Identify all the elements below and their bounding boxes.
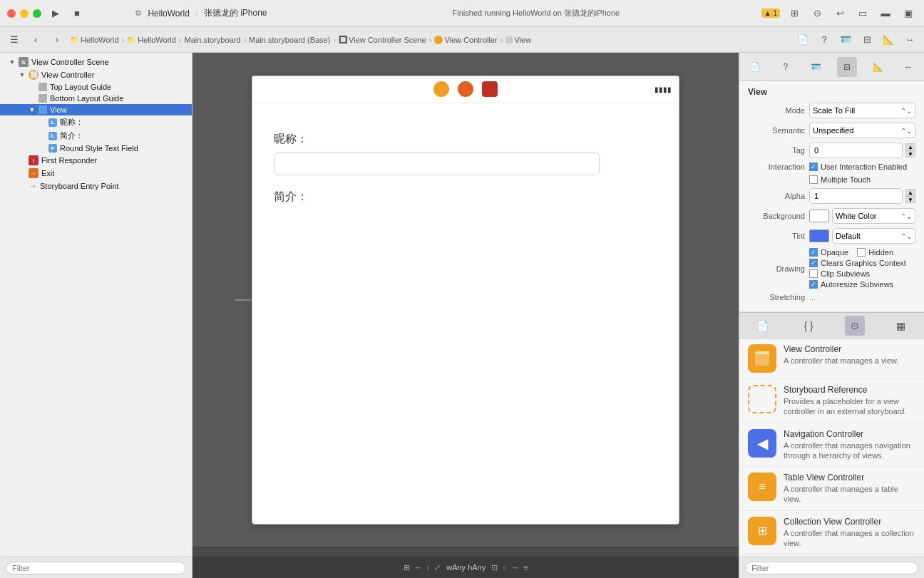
nickname-textfield[interactable]	[274, 153, 600, 175]
canvas-layout-icon-2[interactable]: ↔	[414, 563, 422, 572]
canvas-scroll[interactable]: ▮▮▮▮ 昵称： 简介：	[192, 53, 739, 547]
identity-inspector-toggle[interactable]: 🪪	[837, 31, 854, 48]
breadcrumb-item-1[interactable]: 📁 HelloWorld	[70, 36, 119, 44]
size-inspector-toggle[interactable]: 📐	[880, 31, 897, 48]
quick-help-toggle[interactable]: ?	[816, 31, 833, 48]
nav-item-viewcontroller[interactable]: ▼ ⬜ View Controller	[0, 68, 192, 81]
user-interaction-checkbox[interactable]: ✓	[809, 162, 818, 171]
semantic-label: Semantic	[748, 126, 805, 135]
close-button[interactable]	[7, 9, 16, 18]
obj-item-collectioncontroller[interactable]: ⊞ Collection View Controller A controlle…	[739, 511, 924, 555]
breadcrumb-item-6[interactable]: View Controller	[434, 36, 497, 44]
alpha-decrement[interactable]: ▼	[905, 196, 915, 203]
forward-nav[interactable]: ›	[48, 31, 66, 48]
canvas-bottom-icon-8[interactable]: ≡	[523, 563, 528, 572]
nav-item-textfield[interactable]: ▶ F Round Style Text Field	[0, 143, 192, 154]
canvas-bottom-icon-5[interactable]: ⊡	[491, 563, 498, 572]
lib-ui-objects-btn[interactable]: ⊙	[845, 316, 865, 336]
connections-inspector-toggle[interactable]: ↔	[901, 31, 918, 48]
phone-frame[interactable]: ▮▮▮▮ 昵称： 简介：	[252, 76, 679, 525]
opaque-checkbox[interactable]: ✓	[809, 248, 818, 257]
identity-inspector-btn[interactable]: 🪪	[806, 57, 826, 77]
minimize-button[interactable]	[20, 9, 29, 18]
lib-media-btn[interactable]: ▦	[891, 316, 911, 336]
canvas-layout-icon-3[interactable]: ↕	[426, 563, 431, 572]
hidden-checkbox[interactable]	[857, 248, 866, 257]
obj-item-storyboardref[interactable]: Storyboard Reference Provides a placehol…	[739, 379, 924, 423]
nav-item-label1[interactable]: ▶ L 昵称：	[0, 115, 192, 129]
search-button[interactable]: ⊙	[808, 5, 826, 22]
alpha-input[interactable]	[809, 188, 903, 204]
alpha-stepper[interactable]: ▲ ▼	[905, 189, 915, 203]
tag-control[interactable]: ▲ ▼	[809, 143, 915, 158]
tag-row: Tag ▲ ▼	[748, 143, 915, 158]
tint-color-swatch[interactable]	[809, 229, 829, 242]
multiple-touch-control: Multiple Touch	[809, 175, 915, 184]
file-inspector-btn[interactable]: 📄	[745, 57, 765, 77]
breadcrumb-item-4[interactable]: Main.storyboard (Base)	[249, 36, 330, 44]
clears-graphics-checkbox[interactable]: ✓	[809, 259, 818, 267]
canvas-layout-icon-4[interactable]: ⤢	[434, 563, 441, 572]
clip-subviews-checkbox[interactable]	[809, 269, 818, 278]
warning-badge[interactable]: ▲ 1	[761, 9, 780, 18]
breadcrumb-item-5[interactable]: 🔲View Controller Scene	[339, 36, 426, 44]
autoresize-checkbox[interactable]: ✓	[809, 280, 818, 289]
nav-item-exit[interactable]: ▶ → Exit	[0, 167, 192, 180]
mode-select[interactable]: Scale To Fill ⌃⌄	[809, 103, 915, 118]
app-name: HelloWorld	[148, 9, 189, 19]
alpha-increment[interactable]: ▲	[905, 189, 915, 196]
tag-increment[interactable]: ▲	[905, 143, 915, 150]
layout-button[interactable]: ▭	[854, 5, 871, 22]
lib-files-btn[interactable]: 📄	[752, 316, 772, 336]
file-inspector-toggle[interactable]: 📄	[794, 31, 811, 48]
mode-control[interactable]: Scale To Fill ⌃⌄	[809, 103, 915, 118]
fullscreen-button[interactable]	[33, 9, 41, 18]
stop-button[interactable]: ■	[68, 5, 86, 22]
breadcrumb-item-3[interactable]: Main.storyboard	[185, 36, 241, 44]
nav-item-label2[interactable]: ▶ L 简介：	[0, 129, 192, 143]
nav-item-entrypoint[interactable]: ▶ → Storyboard Entry Point	[0, 180, 192, 192]
lib-objects-btn[interactable]: { }	[799, 316, 818, 336]
grid-view-button[interactable]: ⊞	[786, 5, 803, 22]
connections-inspector-btn[interactable]: ↔	[898, 57, 918, 77]
run-button[interactable]: ▶	[47, 5, 64, 22]
layout3-button[interactable]: ▣	[900, 5, 917, 22]
tag-stepper[interactable]: ▲ ▼	[905, 143, 915, 158]
obj-item-tablecontroller[interactable]: ≡ Table View Controller A controller tha…	[739, 467, 924, 511]
breadcrumb-item-2[interactable]: 📁 HelloWorld	[127, 36, 176, 44]
canvas-horizontal-scrollbar[interactable]	[192, 547, 739, 557]
semantic-select[interactable]: Unspecified ⌃⌄	[809, 123, 915, 138]
breadcrumb-item-7[interactable]: View	[505, 36, 531, 44]
nav-item-bottomlayout[interactable]: ▶ Bottom Layout Guide	[0, 93, 192, 104]
nav-item-scene[interactable]: ▼ S View Controller Scene	[0, 56, 192, 68]
phone-statusbar: ▮▮▮▮	[252, 76, 679, 103]
quick-help-btn[interactable]: ?	[776, 57, 796, 77]
canvas-layout-icon-1[interactable]: ⊞	[404, 563, 410, 572]
tint-control[interactable]: Default ⌃⌄	[809, 228, 915, 244]
obj-item-viewcontroller[interactable]: View Controller A controller that manage…	[739, 339, 924, 379]
tag-input[interactable]	[809, 143, 903, 158]
sidebar-toggle[interactable]: ☰	[6, 31, 23, 48]
nav-item-firstresponder[interactable]: ▶ ! First Responder	[0, 154, 192, 167]
canvas-bottom-icon-7[interactable]: ↔	[511, 563, 519, 572]
attributes-inspector-btn[interactable]: ⊟	[837, 57, 857, 77]
alpha-control[interactable]: ▲ ▼	[809, 188, 915, 204]
library-filter-input[interactable]	[745, 562, 918, 574]
obj-item-navcontroller[interactable]: ◀ Navigation Controller A controller tha…	[739, 423, 924, 468]
back-forward-button[interactable]: ↩	[831, 5, 848, 22]
background-select[interactable]: White Color ⌃⌄	[832, 208, 915, 224]
nav-filter-input[interactable]	[6, 562, 186, 574]
attributes-inspector-toggle[interactable]: ⊟	[858, 31, 876, 48]
multiple-touch-checkbox[interactable]	[809, 175, 818, 184]
tag-decrement[interactable]: ▼	[905, 150, 915, 158]
tint-select[interactable]: Default ⌃⌄	[832, 228, 915, 244]
back-nav[interactable]: ‹	[27, 31, 44, 48]
canvas-bottom-icon-6[interactable]: ○	[502, 563, 507, 572]
layout2-button[interactable]: ▬	[877, 5, 894, 22]
background-color-swatch[interactable]	[809, 210, 829, 222]
nav-item-toplayout[interactable]: ▶ Top Layout Guide	[0, 81, 192, 93]
background-control[interactable]: White Color ⌃⌄	[809, 208, 915, 224]
size-inspector-btn[interactable]: 📐	[868, 57, 888, 77]
nav-item-view[interactable]: ▼ View	[0, 104, 192, 115]
semantic-control[interactable]: Unspecified ⌃⌄	[809, 123, 915, 138]
